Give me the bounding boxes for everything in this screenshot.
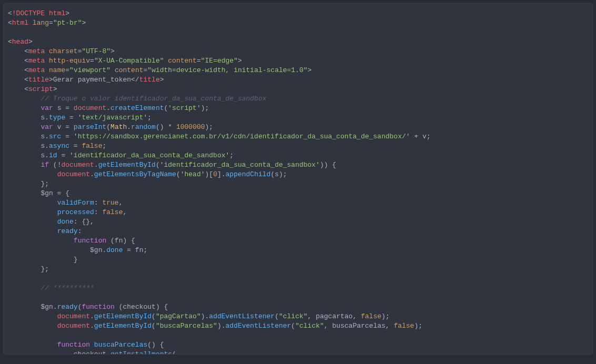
code-token: >Gerar payment_token</	[49, 76, 139, 84]
code-token: done	[106, 246, 123, 254]
code-token: Math	[110, 123, 127, 131]
code-token: >	[308, 66, 312, 74]
code-token: )[	[205, 170, 214, 178]
code-token: :	[78, 227, 82, 235]
code-token: , pagcartao,	[308, 312, 361, 320]
code-line: validForm: true,	[8, 198, 588, 208]
code-token: =	[90, 57, 94, 65]
code-editor[interactable]: <!DOCTYPE html><html lang="pt-br"><head>…	[3, 3, 593, 355]
code-token: v =	[53, 123, 74, 131]
code-line: checkout.getInstallments(	[8, 350, 588, 355]
code-token: type	[49, 114, 65, 122]
code-token: 'script'	[168, 104, 200, 112]
code-token	[45, 57, 49, 65]
code-line: <meta http-equiv="X-UA-Compatible" conte…	[8, 56, 588, 66]
code-line: var s = document.createElement('script')…	[8, 104, 588, 113]
code-line: s.src = 'https://sandbox.gerencianet.com…	[8, 132, 588, 141]
code-line: <html lang="pt-br">	[8, 18, 588, 28]
code-token: false	[393, 322, 414, 330]
code-token: ;	[229, 151, 234, 159]
code-token: (	[176, 170, 180, 178]
code-token: (	[172, 350, 176, 355]
code-token: .	[94, 161, 98, 169]
code-token	[8, 161, 41, 169]
code-token: =	[57, 151, 69, 159]
code-token: <	[8, 76, 28, 84]
code-token: =	[65, 66, 69, 74]
code-token: title	[28, 76, 49, 84]
code-token: document	[57, 322, 90, 330]
code-token: function	[74, 237, 106, 245]
code-line: $gn = {	[8, 189, 588, 198]
code-token: function	[57, 341, 90, 349]
code-token: head	[12, 38, 28, 46]
code-line	[8, 28, 588, 37]
code-token	[8, 284, 41, 292]
code-token: meta	[28, 66, 45, 74]
code-token: meta	[28, 57, 45, 65]
code-token: name	[49, 66, 65, 74]
code-line: $gn.ready(function (checkout) {	[8, 302, 588, 312]
code-token: var	[41, 123, 53, 131]
code-token: meta	[28, 47, 45, 55]
code-line: document.getElementById("pagCartao").add…	[8, 312, 588, 321]
code-line: };	[8, 265, 588, 274]
code-token: document	[74, 104, 106, 112]
code-token: = fn;	[123, 246, 147, 254]
code-token	[45, 47, 49, 55]
code-token: <	[8, 66, 28, 74]
code-token: <	[8, 85, 28, 93]
code-token: http-equiv	[49, 57, 90, 65]
code-token: (	[151, 312, 156, 320]
code-token: (	[156, 161, 160, 169]
code-token: (	[151, 322, 156, 330]
code-token: (s);	[270, 170, 287, 178]
code-token: .	[127, 123, 131, 131]
code-line	[8, 293, 588, 302]
code-line: <meta charset="UTF-8">	[8, 47, 588, 56]
code-token: };	[8, 265, 49, 273]
code-token: !DOCTYPE html	[12, 9, 65, 17]
code-token	[28, 19, 33, 27]
code-line: }	[8, 255, 588, 265]
code-token: charset	[49, 47, 78, 55]
code-token: + v;	[410, 133, 431, 140]
code-token: id	[49, 151, 57, 159]
code-token: =	[49, 19, 53, 27]
code-token: getElementById	[98, 161, 156, 169]
code-token	[90, 341, 94, 349]
code-line: if (!document.getElementById('identifica…	[8, 160, 588, 170]
code-token: getInstallments	[110, 350, 172, 355]
code-line: <head>	[8, 37, 588, 47]
code-token: "pt-br"	[53, 19, 82, 27]
code-token: getElementById	[94, 312, 151, 320]
code-token: // **********	[41, 284, 94, 292]
code-token: // Troque o valor identificador_da_sua_c…	[41, 95, 266, 103]
code-token	[8, 199, 57, 207]
code-line: <!DOCTYPE html>	[8, 9, 588, 18]
code-line: s.type = 'text/javascript';	[8, 113, 588, 123]
code-token: true	[102, 199, 118, 207]
code-token: >	[53, 85, 57, 93]
code-token: =	[69, 142, 82, 150]
code-token: "click"	[279, 312, 308, 320]
code-line	[8, 274, 588, 284]
code-token: ,	[123, 208, 127, 216]
code-token: document	[57, 170, 90, 178]
code-line: $gn.done = fn;	[8, 246, 588, 255]
code-token: lang	[33, 19, 49, 27]
code-line	[8, 331, 588, 340]
code-line: // **********	[8, 284, 588, 293]
code-token: 1000000	[176, 123, 205, 131]
code-line: <title>Gerar payment_token</title>	[8, 75, 588, 85]
code-token: "UTF-8"	[82, 47, 110, 55]
code-token: , buscaParcelas,	[324, 322, 394, 330]
code-token: function	[82, 303, 114, 311]
code-token: random	[131, 123, 156, 131]
code-token: }	[8, 256, 78, 264]
code-token	[8, 341, 57, 349]
code-token	[110, 66, 115, 74]
code-token: (	[106, 123, 110, 131]
code-token: (fn) {	[106, 237, 135, 245]
code-token	[8, 227, 57, 235]
